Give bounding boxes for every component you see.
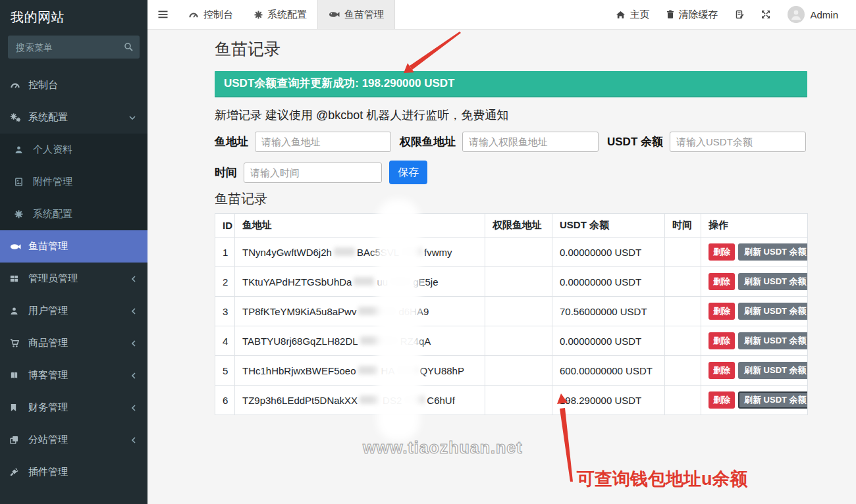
column-header: 鱼地址 xyxy=(235,214,485,238)
sidebar-item-plugin-management[interactable]: 插件管理 xyxy=(0,456,147,488)
sidebar-item-subsite-management[interactable]: 分站管理 xyxy=(0,424,147,456)
user-icon xyxy=(10,307,26,315)
refresh-usdt-button[interactable]: 刷新 USDT 余额 xyxy=(738,332,808,349)
dashboard-icon xyxy=(188,11,199,19)
tab-label: 控制台 xyxy=(203,9,233,21)
user-name: Admin xyxy=(810,9,838,20)
home-link[interactable]: 主页 xyxy=(607,0,658,29)
sidebar-item-admin-management[interactable]: 管理员管理 xyxy=(0,263,147,295)
cell-fish-address: TKtuYAPdHZTGSbUhDauugE5je xyxy=(235,267,485,297)
sidebar-item-system-config[interactable]: 系统配置 xyxy=(0,101,147,134)
fullscreen-button[interactable] xyxy=(753,0,779,29)
table-row: 2TKtuYAPdHZTGSbUhDauugE5je0.00000000 USD… xyxy=(215,267,808,297)
cell-fish-address: TP8fKTeYM9KiA5u8aPwvd6HA9 xyxy=(235,297,485,326)
success-alert: USDT余额查询并更新成功: 198.290000 USDT xyxy=(215,71,807,97)
topbar-right: 主页 清除缓存 Admin xyxy=(607,0,856,29)
sidebar-item-attachments[interactable]: 附件管理 xyxy=(0,166,147,198)
cell-actions: 删除刷新 USDT 余额 xyxy=(701,386,808,415)
cell-usdt-balance: 198.290000 USDT xyxy=(552,386,665,415)
fish-records-table: ID鱼地址权限鱼地址USDT 余额时间操作 1TNyn4yGwftWD6j2hB… xyxy=(215,213,808,415)
refresh-usdt-button[interactable]: 刷新 USDT 余额 xyxy=(738,362,808,379)
sidebar-item-label: 个人资料 xyxy=(33,143,72,156)
tab-label: 鱼苗管理 xyxy=(344,9,384,21)
logs-button[interactable] xyxy=(726,0,753,29)
cell-fish-address: TABTYU8rj68GqZLH82DLRZ4qA xyxy=(235,326,485,356)
page-title: 鱼苗记录 xyxy=(215,38,807,60)
dashboard-icon xyxy=(10,81,26,89)
tab-fish-management[interactable]: 鱼苗管理 xyxy=(317,0,395,29)
censored-text xyxy=(360,395,381,404)
save-button[interactable]: 保存 xyxy=(389,161,427,184)
column-header: 权限鱼地址 xyxy=(485,214,552,238)
sidebar: 我的网站 控制台系统配置个人资料附件管理系统配置鱼苗管理管理员管理用户管理商品管… xyxy=(0,0,147,504)
sidebar-item-label: 系统配置 xyxy=(28,111,68,124)
sidebar-item-fish-management[interactable]: 鱼苗管理 xyxy=(0,230,147,263)
censored-text xyxy=(401,247,422,256)
cell-time xyxy=(665,267,701,297)
delete-button[interactable]: 删除 xyxy=(709,362,735,379)
sidebar-search xyxy=(8,36,140,59)
sidebar-item-blog-management[interactable]: 博客管理 xyxy=(0,359,147,391)
sidebar-item-label: 用户管理 xyxy=(28,305,68,317)
cell-time xyxy=(665,386,701,415)
book-icon xyxy=(10,371,26,380)
table-row: 4TABTYU8rj68GqZLH82DLRZ4qA0.00000000 USD… xyxy=(215,326,808,356)
clear-cache-link[interactable]: 清除缓存 xyxy=(658,0,726,29)
perm-address-input[interactable] xyxy=(462,132,599,152)
sidebar-item-finance-management[interactable]: 财务管理 xyxy=(0,391,147,424)
cell-id: 5 xyxy=(215,356,235,386)
sidebar-submenu: 个人资料附件管理系统配置鱼苗管理 xyxy=(0,134,147,263)
tab-console[interactable]: 控制台 xyxy=(178,0,244,29)
sidebar-item-system-config-sub[interactable]: 系统配置 xyxy=(0,198,147,230)
cell-id: 3 xyxy=(215,297,235,326)
refresh-usdt-button[interactable]: 刷新 USDT 余额 xyxy=(738,303,808,320)
hamburger-icon[interactable] xyxy=(147,0,178,29)
plug-icon xyxy=(10,468,26,476)
form-row-2: 时间 保存 xyxy=(215,161,807,184)
sidebar-item-label: 管理员管理 xyxy=(28,272,78,285)
sidebar-item-profile[interactable]: 个人资料 xyxy=(0,134,147,166)
field-label-fish-address: 鱼地址 xyxy=(215,134,248,149)
cell-usdt-balance: 0.00000000 USDT xyxy=(552,238,665,267)
usdt-balance-input[interactable] xyxy=(670,132,806,152)
cell-usdt-balance: 600.00000000 USDT xyxy=(552,356,665,386)
delete-button[interactable]: 删除 xyxy=(709,332,735,349)
sidebar-item-console[interactable]: 控制台 xyxy=(0,69,147,101)
delete-button[interactable]: 删除 xyxy=(709,391,735,409)
column-header: ID xyxy=(215,214,235,238)
trash-icon xyxy=(666,10,674,19)
delete-button[interactable]: 删除 xyxy=(709,273,735,290)
fish-address-input[interactable] xyxy=(255,132,391,152)
topbar: 控制台系统配置鱼苗管理 主页 清除缓存 Admin xyxy=(147,0,856,30)
cart-icon xyxy=(10,339,26,347)
sidebar-item-user-management[interactable]: 用户管理 xyxy=(0,295,147,327)
chevron-left-icon xyxy=(132,276,136,282)
cell-time xyxy=(665,356,701,386)
sidebar-item-goods-management[interactable]: 商品管理 xyxy=(0,327,147,359)
censored-text xyxy=(358,366,379,374)
censored-text xyxy=(358,307,396,315)
bookmark-icon xyxy=(10,403,26,412)
tab-system-config[interactable]: 系统配置 xyxy=(244,0,317,29)
cell-id: 2 xyxy=(215,267,235,297)
refresh-usdt-button[interactable]: 刷新 USDT 余额 xyxy=(738,243,808,261)
table-row: 5THc1hHbRjwxBWEF5oeoHAQYU88hP600.0000000… xyxy=(215,356,808,386)
chevron-left-icon xyxy=(132,340,136,347)
cell-fish-address: TNyn4yGwftWD6j2hBAc5SVLfvwmy xyxy=(235,238,485,267)
sidebar-item-label: 插件管理 xyxy=(28,466,68,478)
sidebar-item-label: 商品管理 xyxy=(28,337,68,349)
delete-button[interactable]: 删除 xyxy=(709,243,735,261)
refresh-usdt-button[interactable]: 刷新 USDT 余额 xyxy=(738,273,808,290)
user-icon xyxy=(14,145,30,154)
gear-icon xyxy=(254,11,263,19)
sidebar-search-input[interactable] xyxy=(8,36,140,59)
file-image-icon xyxy=(14,178,30,186)
chevron-left-icon xyxy=(132,405,136,411)
chevron-left-icon xyxy=(132,437,136,443)
user-menu[interactable]: Admin xyxy=(779,0,847,29)
time-input[interactable] xyxy=(244,163,382,183)
cell-perm-address xyxy=(485,326,552,356)
delete-button[interactable]: 删除 xyxy=(709,303,735,320)
refresh-usdt-button[interactable]: 刷新 USDT 余额 xyxy=(738,391,808,409)
cell-actions: 删除刷新 USDT 余额 xyxy=(701,267,808,297)
